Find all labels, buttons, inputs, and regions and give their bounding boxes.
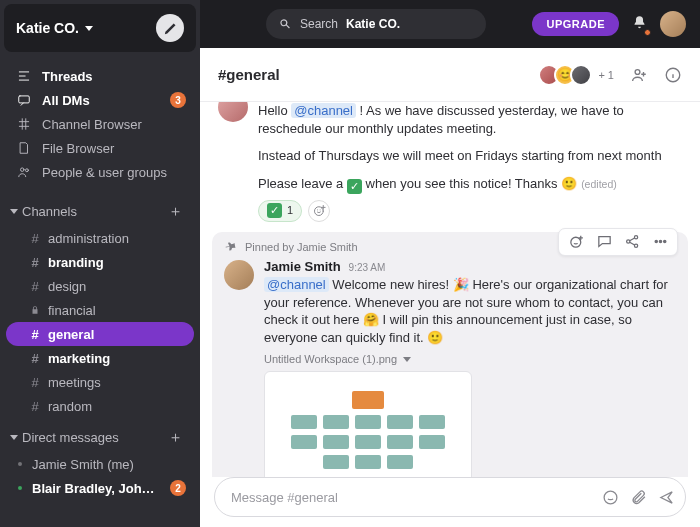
- channel-item-branding[interactable]: #branding: [0, 250, 200, 274]
- svg-point-12: [663, 240, 665, 242]
- channel-label: meetings: [48, 375, 101, 390]
- notifications-button[interactable]: [631, 14, 648, 35]
- section-label: Channels: [22, 204, 77, 219]
- svg-point-1: [21, 168, 25, 172]
- add-reaction-button[interactable]: [308, 200, 330, 222]
- presence-indicator: [16, 484, 24, 492]
- message-text: @channel Welcome new hires! 🎉 Here's our…: [264, 276, 676, 346]
- nav-file-browser[interactable]: File Browser: [0, 136, 200, 160]
- nav-label: Channel Browser: [42, 117, 142, 132]
- channel-item-financial[interactable]: financial: [0, 298, 200, 322]
- svg-point-8: [634, 236, 637, 239]
- message-text: Please leave a ✓ when you see this notic…: [258, 175, 682, 194]
- channel-item-design[interactable]: #design: [0, 274, 200, 298]
- svg-point-7: [626, 240, 629, 243]
- channel-item-random[interactable]: #random: [0, 394, 200, 418]
- file-icon: [16, 141, 32, 155]
- channel-item-administration[interactable]: #administration: [0, 226, 200, 250]
- workspace-switcher[interactable]: Katie CO.: [4, 4, 196, 52]
- attachment-header[interactable]: Untitled Workspace (1).png: [264, 352, 676, 367]
- edited-label: (edited): [581, 178, 617, 190]
- pin-icon: [224, 239, 239, 254]
- unread-badge: 3: [170, 92, 186, 108]
- channel-label: financial: [48, 303, 96, 318]
- add-member-button[interactable]: [630, 66, 648, 84]
- hash-icon: #: [30, 231, 40, 246]
- pencil-icon: [163, 21, 178, 36]
- dm-label: Blair Bradley, John Ba...: [32, 481, 162, 496]
- checkmark-emoji: ✓: [347, 179, 362, 194]
- channels-section-header[interactable]: Channels ＋: [0, 192, 200, 226]
- message-author[interactable]: Jamie Smith: [264, 258, 341, 276]
- hash-icon: #: [30, 351, 40, 366]
- svg-point-11: [659, 240, 661, 242]
- checkmark-emoji: ✓: [267, 203, 282, 218]
- chevron-down-icon: [10, 435, 18, 440]
- channel-item-marketing[interactable]: #marketing: [0, 346, 200, 370]
- channel-label: general: [48, 327, 94, 342]
- add-channel-button[interactable]: ＋: [166, 202, 184, 220]
- dm-label: Jamie Smith (me): [32, 457, 134, 472]
- pinned-message: Pinned by Jamie Smith Jamie Smith 9:23 A…: [212, 232, 688, 477]
- author-avatar[interactable]: [218, 102, 248, 122]
- current-user-avatar[interactable]: [660, 11, 686, 37]
- attach-button[interactable]: [629, 488, 647, 506]
- reaction-count: 1: [287, 203, 293, 218]
- emoji-button[interactable]: [601, 488, 619, 506]
- lock-icon: [30, 303, 40, 318]
- dm-item[interactable]: Jamie Smith (me): [0, 452, 200, 476]
- upgrade-button[interactable]: UPGRADE: [532, 12, 619, 36]
- send-button[interactable]: [657, 488, 675, 506]
- composer-input[interactable]: [231, 490, 591, 505]
- channel-info-button[interactable]: [664, 66, 682, 84]
- channel-item-meetings[interactable]: #meetings: [0, 370, 200, 394]
- search-label: Search: [300, 17, 338, 31]
- bell-icon: [631, 14, 648, 31]
- mention[interactable]: @channel: [291, 103, 356, 118]
- dms-section-header[interactable]: Direct messages ＋: [0, 418, 200, 452]
- notification-dot: [644, 29, 651, 36]
- pinned-by-label: Pinned by Jamie Smith: [245, 240, 358, 255]
- channel-header: #general 😊 + 1: [200, 48, 700, 102]
- channel-title: #general: [218, 66, 280, 83]
- channel-label: branding: [48, 255, 104, 270]
- svg-point-9: [634, 244, 637, 247]
- workspace-name: Katie CO.: [16, 20, 79, 36]
- add-reaction-action[interactable]: [567, 233, 585, 251]
- svg-point-3: [635, 69, 640, 74]
- mention[interactable]: @channel: [264, 277, 329, 292]
- hash-icon: #: [30, 399, 40, 414]
- threads-icon: [16, 69, 32, 83]
- dm-item[interactable]: Blair Bradley, John Ba...2: [0, 476, 200, 500]
- attachment-thumbnail[interactable]: [264, 371, 472, 477]
- dm-icon: [16, 93, 32, 107]
- add-dm-button[interactable]: ＋: [166, 428, 184, 446]
- compose-button[interactable]: [156, 14, 184, 42]
- author-avatar[interactable]: [224, 260, 254, 290]
- nav-all-dms[interactable]: All DMs 3: [0, 88, 200, 112]
- member-avatars[interactable]: 😊 + 1: [544, 64, 614, 86]
- hash-icon: #: [30, 327, 40, 342]
- people-icon: [16, 165, 32, 179]
- chevron-down-icon: [10, 209, 18, 214]
- nav-label: Threads: [42, 69, 93, 84]
- hash-icon: #: [30, 255, 40, 270]
- message-composer: [214, 477, 686, 517]
- section-label: Direct messages: [22, 430, 119, 445]
- svg-point-2: [25, 169, 28, 172]
- reaction[interactable]: ✓ 1: [258, 200, 302, 222]
- nav-people[interactable]: People & user groups: [0, 160, 200, 184]
- search-input[interactable]: Search Katie CO.: [266, 9, 486, 39]
- nav-label: File Browser: [42, 141, 114, 156]
- sidebar: Katie CO. Threads All DMs 3 Channel Brow…: [0, 0, 200, 527]
- channel-browser-icon: [16, 117, 32, 131]
- nav-channel-browser[interactable]: Channel Browser: [0, 112, 200, 136]
- more-actions[interactable]: [651, 233, 669, 251]
- reply-thread-action[interactable]: [595, 233, 613, 251]
- presence-indicator: [16, 460, 24, 468]
- channel-item-general[interactable]: #general: [6, 322, 194, 346]
- share-action[interactable]: [623, 233, 641, 251]
- nav-threads[interactable]: Threads: [0, 64, 200, 88]
- message: Hello @channel ! As we have discussed ye…: [206, 102, 694, 228]
- svg-point-10: [655, 240, 657, 242]
